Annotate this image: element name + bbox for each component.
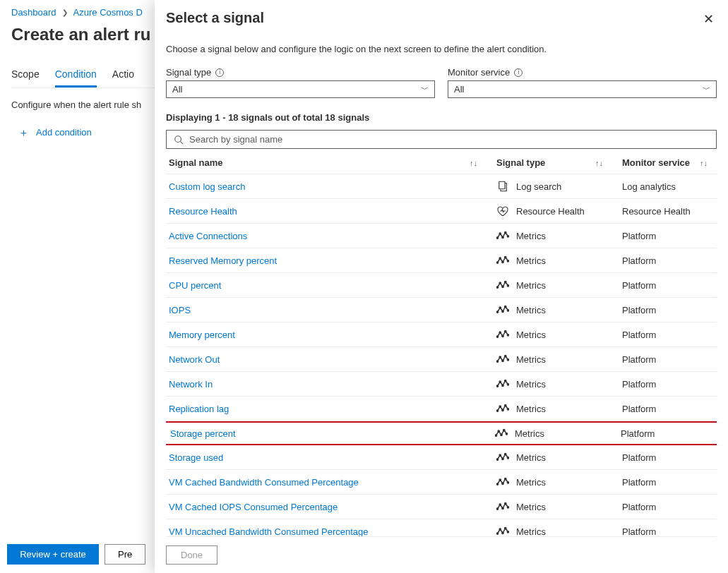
svg-point-66 [505,527,506,529]
sort-icon[interactable]: ↑↓ [595,159,615,167]
search-input-wrapper[interactable] [166,130,717,149]
signal-name-link[interactable]: Reserved Memory percent [169,255,463,266]
signal-name-link[interactable]: VM Uncached Bandwidth Consumed Percentag… [169,526,463,537]
add-condition-button[interactable]: ＋ Add condition [11,127,92,138]
svg-point-8 [496,262,498,263]
svg-point-18 [496,311,498,313]
table-row[interactable]: Resource HealthResource HealthResource H… [166,199,717,224]
tab-scope[interactable]: Scope [11,68,40,88]
svg-point-29 [499,356,501,358]
svg-point-5 [502,236,503,238]
svg-point-46 [503,429,505,430]
metric-icon [496,279,509,291]
svg-point-43 [495,435,496,436]
metric-icon [496,229,509,242]
signal-type: Metrics [516,354,546,365]
signal-name-link[interactable]: IOPS [169,305,463,315]
svg-point-53 [496,483,498,485]
monitor-service-label: Monitor service i [448,67,717,78]
signal-name-link[interactable]: Network In [169,379,463,390]
done-button[interactable]: Done [166,545,217,565]
monitor-service: Platform [622,255,693,266]
svg-rect-2 [499,181,505,189]
table-row[interactable]: Network InMetricsPlatform [166,372,717,397]
breadcrumb-dashboard[interactable]: Dashboard [11,7,56,18]
svg-point-20 [502,310,503,312]
sort-icon[interactable]: ↑↓ [470,159,489,167]
svg-point-65 [502,532,503,533]
signal-type: Metrics [516,280,546,291]
chevron-down-icon: ﹀ [421,84,429,95]
col-monitor-service[interactable]: Monitor service [622,157,693,168]
info-icon[interactable]: i [215,68,224,77]
signal-name-link[interactable]: VM Cached IOPS Consumed Percentage [169,502,463,512]
table-row[interactable]: Reserved Memory percentMetricsPlatform [166,248,717,273]
signal-type: Metrics [516,477,546,488]
signal-table[interactable]: Custom log searchLog searchLog analytics… [166,174,717,537]
search-input[interactable] [189,134,709,145]
signal-type: Metrics [516,379,546,390]
signal-type-select[interactable]: All ﹀ [166,80,435,98]
col-signal-name[interactable]: Signal name [169,157,463,168]
svg-point-38 [496,410,498,411]
result-count: Displaying 1 - 18 signals out of total 1… [166,112,717,123]
tab-condition[interactable]: Condition [55,68,97,88]
signal-name-link[interactable]: Network Out [169,354,463,365]
close-icon[interactable]: ✕ [700,10,717,28]
table-row[interactable]: Network OutMetricsPlatform [166,347,717,372]
svg-point-34 [499,381,501,382]
table-row[interactable]: VM Uncached Bandwidth Consumed Percentag… [166,519,717,537]
previous-button[interactable]: Pre [105,544,145,565]
col-signal-type[interactable]: Signal type [496,157,588,168]
table-row[interactable]: Memory percentMetricsPlatform [166,322,717,347]
signal-type: Log search [516,181,561,192]
signal-name-link[interactable]: Active Connections [169,231,463,241]
table-row[interactable]: Storage percentMetricsPlatform [166,421,717,445]
signal-name-link[interactable]: VM Cached Bandwidth Consumed Percentage [169,477,463,488]
signal-name-link[interactable]: CPU percent [169,280,463,291]
monitor-service: Platform [622,452,693,463]
sort-icon[interactable]: ↑↓ [700,159,714,167]
signal-type: Metrics [516,502,546,512]
svg-point-62 [507,507,508,508]
svg-point-21 [505,306,506,307]
signal-name-link[interactable]: Resource Health [169,206,463,217]
table-row[interactable]: IOPSMetricsPlatform [166,298,717,322]
table-row[interactable]: VM Cached Bandwidth Consumed PercentageM… [166,470,717,495]
svg-point-44 [498,430,499,432]
signal-name-link[interactable]: Storage used [169,452,463,463]
monitor-service: Platform [622,231,693,241]
signal-name-link[interactable]: Memory percent [169,330,463,340]
svg-point-31 [505,355,506,356]
signal-type: Metrics [516,526,546,537]
monitor-service-select[interactable]: All ﹀ [448,80,717,98]
svg-point-54 [499,479,501,481]
info-icon[interactable]: i [514,68,523,77]
table-row[interactable]: CPU percentMetricsPlatform [166,273,717,298]
svg-point-16 [505,281,506,282]
breadcrumb-cosmos[interactable]: Azure Cosmos D [73,7,143,18]
table-row[interactable]: Replication lagMetricsPlatform [166,397,717,421]
monitor-service: Resource Health [622,206,693,217]
signal-type: Metrics [516,255,546,266]
signal-type: Metrics [516,452,546,463]
svg-point-42 [507,409,508,410]
signal-name-link[interactable]: Replication lag [169,404,463,414]
svg-point-10 [502,261,503,263]
chevron-down-icon: ﹀ [703,84,710,95]
table-row[interactable]: Active ConnectionsMetricsPlatform [166,224,717,248]
table-row[interactable]: Storage usedMetricsPlatform [166,445,717,470]
tab-actions[interactable]: Actio [112,68,134,88]
table-row[interactable]: VM Cached IOPS Consumed PercentageMetric… [166,495,717,519]
svg-point-52 [507,457,508,459]
monitor-service: Platform [621,428,691,439]
svg-point-24 [499,332,501,333]
svg-point-49 [499,454,501,456]
review-create-button[interactable]: Review + create [7,544,99,565]
svg-point-32 [507,359,508,361]
signal-name-link[interactable]: Storage percent [170,428,461,439]
svg-point-64 [499,529,501,530]
svg-point-13 [496,286,498,288]
table-row[interactable]: Custom log searchLog searchLog analytics [166,174,717,199]
signal-name-link[interactable]: Custom log search [169,181,463,192]
